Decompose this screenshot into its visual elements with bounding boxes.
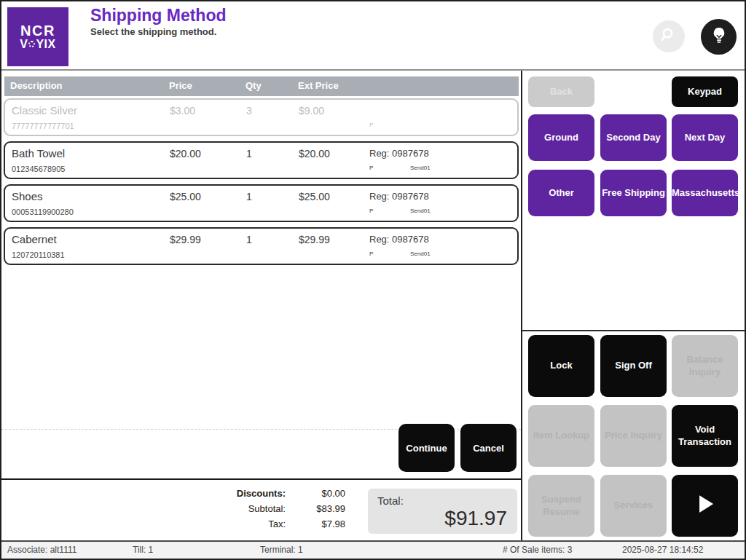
item-send-code: Send01 (410, 208, 431, 214)
item-qty: 3 (246, 105, 252, 117)
item-lookup-button[interactable]: Item Lookup (528, 405, 594, 467)
item-register: Reg: 0987678 (369, 234, 429, 245)
item-row-classic-silver[interactable]: Classic Silver 77777777777701 $3.00 3 $9… (4, 98, 519, 136)
item-description: Shoes (12, 190, 43, 202)
item-price: $20.00 (170, 148, 201, 159)
keypad-button[interactable]: Keypad (672, 76, 738, 107)
item-description: Classic Silver (12, 104, 77, 117)
status-datetime: 2025-08-27 18:14:52 (622, 545, 703, 555)
next-page-button[interactable] (672, 475, 738, 537)
item-sku: 00053119900280 (12, 208, 74, 216)
totals-values: $0.00 $83.99 $7.98 (293, 486, 345, 532)
search-icon (659, 25, 678, 47)
discounts-value: $0.00 (293, 486, 345, 501)
shipping-free-button[interactable]: Free Shipping (600, 170, 667, 216)
item-row-bath-towel[interactable]: Bath Towel 012345678905 $20.00 1 $20.00 … (4, 141, 519, 179)
price-inquiry-button[interactable]: Price Inquiry (600, 405, 667, 467)
pos-window: NCR VYIX Shipping Method Select the ship… (0, 0, 746, 560)
total-value: $91.97 (444, 507, 507, 530)
page-subtitle: Select the shipping method. (90, 26, 216, 37)
tax-label: Tax: (176, 516, 286, 532)
totals-labels: Discounts: Subtotal: Tax: (176, 486, 286, 532)
logo-text-voyix: VYIX (20, 38, 55, 51)
subtotal-value: $83.99 (293, 501, 345, 516)
item-sku: 012345678905 (12, 165, 65, 173)
transaction-panel: Description Price Qty Ext Price Classic … (1, 71, 521, 540)
header: NCR VYIX Shipping Method Select the ship… (1, 1, 745, 71)
item-row-cabernet[interactable]: Cabernet 120720110381 $29.99 1 $29.99 Re… (4, 227, 519, 265)
status-bar: Associate: alt1111 Till: 1 Terminal: 1 #… (1, 540, 745, 559)
status-terminal: Terminal: 1 (260, 545, 303, 555)
item-ext-price: $20.00 (299, 148, 330, 159)
total-box: Total: $91.97 (368, 489, 517, 534)
total-label: Total: (377, 494, 404, 507)
totals-section: Discounts: Subtotal: Tax: $0.00 $83.99 $… (1, 480, 521, 541)
item-send-code: Send01 (410, 165, 431, 171)
play-icon (691, 490, 719, 521)
item-price: $3.00 (170, 105, 195, 117)
item-sku: 77777777777701 (12, 122, 74, 130)
continue-button[interactable]: Continue (398, 424, 455, 472)
lightbulb-button[interactable] (701, 19, 737, 55)
logo-text-ncr: NCR (20, 23, 55, 38)
lightbulb-icon (709, 25, 729, 49)
status-till: Till: 1 (133, 545, 153, 555)
discounts-label: Discounts: (176, 486, 286, 501)
column-ext-price: Ext Price (298, 80, 339, 91)
item-p-flag: P (369, 208, 373, 214)
status-sale-items: # Of Sale items: 3 (503, 545, 572, 555)
main-area: Description Price Qty Ext Price Classic … (1, 71, 745, 540)
item-qty: 1 (246, 148, 252, 159)
item-description: Cabernet (12, 233, 57, 245)
item-price: $25.00 (170, 191, 201, 202)
ncr-voyix-logo: NCR VYIX (7, 7, 68, 66)
item-register: Reg: 0987678 (369, 148, 429, 159)
lock-button[interactable]: Lock (528, 335, 594, 397)
status-associate: Associate: alt1111 (7, 545, 76, 555)
shipping-second-day-button[interactable]: Second Day (600, 114, 667, 161)
function-divider (522, 330, 745, 331)
item-qty: 1 (246, 234, 252, 245)
item-p-flag: P (369, 122, 373, 128)
tax-value: $7.98 (293, 516, 345, 532)
page-title: Shipping Method (90, 6, 227, 25)
item-table-header: Description Price Qty Ext Price (4, 76, 519, 96)
item-row-shoes[interactable]: Shoes 00053119900280 $25.00 1 $25.00 Reg… (4, 184, 519, 222)
search-button[interactable] (653, 20, 685, 52)
item-send-code: Send01 (410, 251, 431, 257)
item-description: Bath Towel (12, 147, 65, 159)
item-register: Reg: 0987678 (369, 191, 429, 202)
item-qty: 1 (246, 191, 252, 202)
shipping-next-day-button[interactable]: Next Day (672, 114, 738, 161)
column-price: Price (169, 80, 192, 91)
shipping-ground-button[interactable]: Ground (528, 114, 594, 161)
shipping-massachusetts-button[interactable]: Massachusetts (672, 170, 738, 216)
void-transaction-button[interactable]: Void Transaction (672, 405, 738, 467)
sign-off-button[interactable]: Sign Off (600, 335, 667, 397)
item-ext-price: $9.00 (299, 105, 324, 117)
item-sku: 120720110381 (12, 251, 65, 259)
item-ext-price: $25.00 (299, 191, 330, 202)
item-list: Classic Silver 77777777777701 $3.00 3 $9… (4, 98, 519, 270)
shipping-other-button[interactable]: Other (528, 170, 594, 216)
suspend-resume-button[interactable]: Suspend Resume (528, 475, 594, 537)
subtotal-label: Subtotal: (176, 501, 286, 516)
column-description: Description (10, 80, 63, 91)
balance-inquiry-button[interactable]: Balance Inquiry (672, 335, 738, 397)
item-ext-price: $29.99 (299, 234, 330, 245)
button-panel: Back Keypad Ground Second Day Next Day O… (522, 71, 745, 540)
item-price: $29.99 (170, 234, 201, 245)
back-button[interactable]: Back (528, 76, 594, 107)
column-qty: Qty (246, 80, 262, 91)
item-p-flag: P (369, 251, 373, 257)
dotted-o-icon (28, 41, 35, 47)
cancel-button[interactable]: Cancel (460, 424, 517, 472)
services-button[interactable]: Services (600, 475, 667, 537)
item-p-flag: P (369, 165, 373, 171)
